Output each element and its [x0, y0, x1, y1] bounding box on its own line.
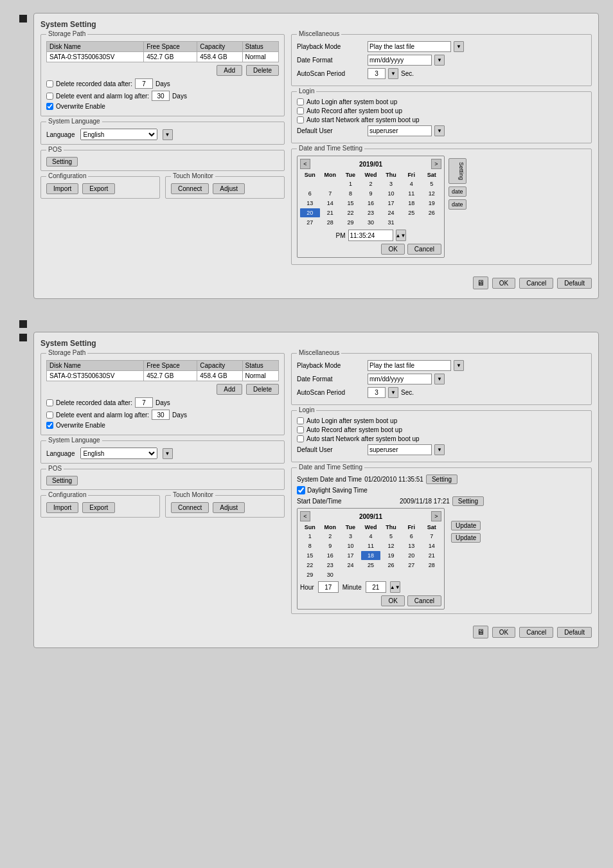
- panel2-connect-button[interactable]: Connect: [171, 502, 209, 513]
- panel1-import-button[interactable]: Import: [46, 183, 78, 194]
- cal-day[interactable]: 29: [300, 570, 320, 579]
- cal-day[interactable]: 5: [422, 179, 441, 188]
- cal-day-selected[interactable]: 20: [300, 208, 320, 217]
- panel1-overwrite-checkbox[interactable]: [46, 103, 53, 110]
- panel1-playback-dropdown-icon[interactable]: ▼: [454, 41, 464, 52]
- cal-day[interactable]: 1: [300, 532, 320, 541]
- panel1-delete-event-checkbox[interactable]: [46, 93, 53, 100]
- cal-day[interactable]: 9: [321, 541, 341, 550]
- panel2-cal-cancel-button[interactable]: Cancel: [407, 595, 441, 606]
- panel2-cal-ok-button[interactable]: OK: [381, 595, 404, 606]
- panel2-ok-button[interactable]: OK: [492, 627, 515, 638]
- panel1-date-button[interactable]: date: [449, 186, 466, 197]
- cal-day[interactable]: 6: [300, 189, 320, 198]
- panel1-cancel-button[interactable]: Cancel: [519, 278, 553, 289]
- cal-day[interactable]: 6: [402, 532, 422, 541]
- cal-day[interactable]: 26: [422, 208, 441, 217]
- panel2-minute-input[interactable]: [366, 581, 386, 593]
- panel2-delete-recorded-checkbox[interactable]: [46, 399, 53, 406]
- cal-day[interactable]: 27: [402, 561, 422, 570]
- panel2-playback-dropdown-icon[interactable]: ▼: [454, 360, 464, 371]
- panel2-import-button[interactable]: Import: [46, 502, 78, 513]
- cal-day[interactable]: 25: [402, 208, 422, 217]
- panel2-delete-recorded-days[interactable]: [135, 397, 153, 408]
- panel2-export-button[interactable]: Export: [82, 502, 115, 513]
- panel1-icon-button[interactable]: 🖥: [473, 276, 488, 289]
- cal-day[interactable]: 19: [381, 551, 401, 560]
- cal-day[interactable]: 21: [321, 208, 341, 217]
- panel1-default-user-input[interactable]: [368, 125, 432, 136]
- panel2-datetime-setting-button[interactable]: Setting: [426, 475, 458, 484]
- cal-day[interactable]: 10: [341, 541, 360, 550]
- panel1-delete-button[interactable]: Delete: [246, 65, 279, 76]
- cal-day[interactable]: 11: [402, 189, 422, 198]
- panel2-start-setting-button[interactable]: Setting: [452, 496, 484, 506]
- cal-day[interactable]: 3: [341, 532, 360, 541]
- cal-day[interactable]: [321, 179, 341, 188]
- cal-day[interactable]: 25: [361, 561, 381, 570]
- panel1-ok-button[interactable]: OK: [492, 278, 515, 289]
- panel1-cal-ok-button[interactable]: OK: [381, 244, 404, 255]
- panel1-pos-setting-button[interactable]: Setting: [46, 157, 78, 167]
- panel1-date2-button[interactable]: date: [449, 199, 466, 210]
- panel2-icon-button[interactable]: 🖥: [473, 626, 488, 638]
- panel1-dateformat-dropdown-icon[interactable]: ▼: [434, 55, 445, 66]
- panel1-cal-next-button[interactable]: >: [431, 159, 441, 169]
- panel2-auto-record-checkbox[interactable]: [297, 426, 304, 433]
- cal-day[interactable]: 2: [361, 179, 381, 188]
- cal-day[interactable]: 18: [402, 199, 422, 208]
- panel2-update-button-2[interactable]: Update: [451, 533, 481, 543]
- cal-day[interactable]: 5: [381, 532, 401, 541]
- panel2-update-button-1[interactable]: Update: [451, 521, 481, 530]
- cal-day[interactable]: 12: [381, 541, 401, 550]
- panel2-minute-spinner-icon[interactable]: ▲▼: [390, 581, 400, 593]
- panel1-language-select[interactable]: English: [80, 129, 157, 140]
- cal-day[interactable]: 27: [300, 218, 320, 227]
- cal-day[interactable]: [341, 570, 360, 579]
- panel2-dateformat-dropdown-icon[interactable]: ▼: [434, 374, 445, 384]
- cal-day[interactable]: 2: [321, 532, 341, 541]
- cal-day[interactable]: 7: [321, 189, 341, 198]
- cal-day[interactable]: 14: [422, 541, 441, 550]
- cal-day[interactable]: 13: [300, 199, 320, 208]
- panel1-autoscan-dropdown-icon[interactable]: ▼: [388, 68, 398, 79]
- cal-day[interactable]: 1: [341, 179, 360, 188]
- panel1-adjust-button[interactable]: Adjust: [213, 183, 245, 194]
- cal-day[interactable]: [402, 570, 422, 579]
- panel1-default-user-dropdown-icon[interactable]: ▼: [434, 125, 445, 136]
- panel2-default-button[interactable]: Default: [557, 627, 592, 638]
- cal-day[interactable]: 13: [402, 541, 422, 550]
- panel1-delete-recorded-checkbox[interactable]: [46, 80, 53, 87]
- cal-day[interactable]: 21: [422, 551, 441, 560]
- panel2-autoscan-input[interactable]: [368, 387, 386, 398]
- panel2-delete-event-days[interactable]: [152, 410, 170, 420]
- panel2-daylight-checkbox[interactable]: [297, 486, 305, 494]
- cal-day[interactable]: 24: [381, 208, 401, 217]
- panel1-language-dropdown-icon[interactable]: ▼: [163, 129, 173, 140]
- cal-day[interactable]: 24: [341, 561, 360, 570]
- panel1-auto-network-checkbox[interactable]: [297, 116, 304, 123]
- panel2-default-user-dropdown-icon[interactable]: ▼: [434, 444, 445, 455]
- panel2-language-dropdown-icon[interactable]: ▼: [163, 448, 173, 459]
- cal-day[interactable]: 26: [381, 561, 401, 570]
- cal-day[interactable]: 4: [402, 179, 422, 188]
- cal-day[interactable]: [300, 179, 320, 188]
- cal-day[interactable]: 11: [361, 541, 381, 550]
- panel1-time-spinner-icon[interactable]: ▲▼: [396, 230, 406, 241]
- cal-day[interactable]: 12: [422, 189, 441, 198]
- panel2-delete-button[interactable]: Delete: [246, 384, 279, 395]
- cal-day[interactable]: 15: [300, 551, 320, 560]
- cal-day[interactable]: 9: [361, 189, 381, 198]
- panel2-dateformat-input[interactable]: [368, 374, 432, 384]
- panel1-export-button[interactable]: Export: [82, 183, 115, 194]
- cal-day[interactable]: 16: [321, 551, 341, 560]
- panel1-add-button[interactable]: Add: [217, 65, 242, 76]
- cal-day[interactable]: 31: [381, 218, 401, 227]
- cal-day[interactable]: [422, 218, 441, 227]
- cal-day[interactable]: 8: [300, 541, 320, 550]
- panel2-adjust-button[interactable]: Adjust: [213, 502, 245, 513]
- panel1-autoscan-input[interactable]: [368, 68, 386, 79]
- cal-day[interactable]: 30: [321, 570, 341, 579]
- cal-day[interactable]: 7: [422, 532, 441, 541]
- panel2-overwrite-checkbox[interactable]: [46, 422, 53, 429]
